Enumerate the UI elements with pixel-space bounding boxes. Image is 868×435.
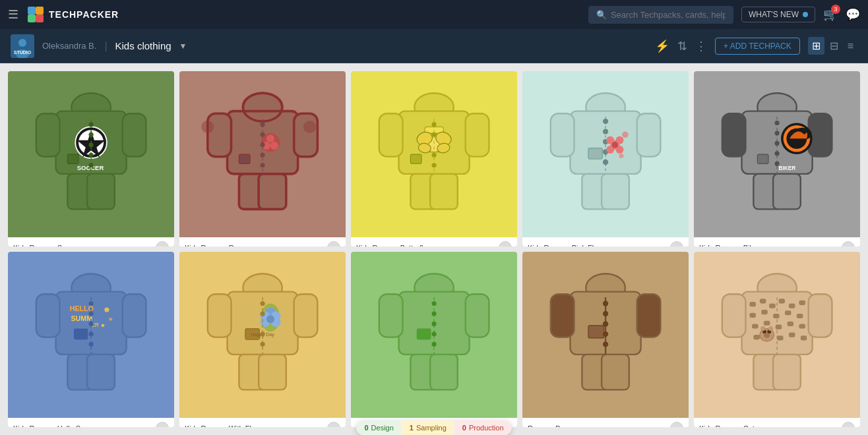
production-label: Production — [469, 424, 504, 432]
card-name-hello-summer: Kids Romper Hello Summer — [13, 424, 156, 427]
svg-rect-144 — [379, 294, 403, 337]
svg-rect-30 — [259, 174, 286, 210]
separator: | — [104, 40, 107, 52]
svg-rect-126 — [259, 355, 286, 390]
card-hello-summer[interactable]: HELLO SUMM ER Kids Romper Hello Summer — [8, 252, 174, 427]
svg-text:STUDIO: STUDIO — [14, 50, 32, 55]
card-footer-hello-summer: Kids Romper Hello Summer — [8, 418, 174, 427]
svg-rect-95 — [757, 154, 768, 163]
card-select-cats[interactable] — [842, 422, 855, 427]
svg-point-116 — [88, 301, 93, 306]
card-rose[interactable]: Kids Romper Rose — [179, 71, 346, 246]
svg-rect-66 — [637, 113, 661, 156]
card-flower-on[interactable]: Happy Day Kids Romper With Flower on ... — [179, 252, 346, 427]
card-footer-pink-flower: Kids Romper Pink Flower — [522, 237, 689, 246]
logo-area: TECHPACKER — [26, 5, 119, 24]
svg-point-42 — [260, 142, 264, 147]
card-soccer[interactable]: SOCCER Kids Romper Soccer — [8, 71, 174, 246]
svg-point-36 — [266, 134, 274, 142]
add-techpack-button[interactable]: + ADD TECHPACK — [715, 38, 800, 55]
status-design: 0 Design — [356, 420, 401, 435]
card-select-soccer[interactable] — [156, 241, 169, 246]
filter-icon[interactable]: ⚡ — [655, 39, 669, 53]
cards-grid: SOCCER Kids Romper Soccer — [0, 63, 868, 435]
card-image-rose — [179, 71, 346, 237]
card-cats[interactable]: Kids Romper Cats — [694, 252, 860, 427]
card-brown[interactable]: Romper Brown — [522, 252, 689, 427]
svg-point-198 — [764, 334, 770, 338]
svg-rect-184 — [797, 314, 803, 318]
card-footer-cats: Kids Romper Cats — [694, 418, 860, 427]
svg-rect-185 — [752, 324, 759, 328]
svg-point-117 — [88, 311, 93, 316]
svg-point-23 — [88, 153, 93, 158]
card-select-rose[interactable] — [327, 241, 340, 246]
sort-icon[interactable]: ⇅ — [677, 39, 687, 53]
card-green[interactable]: Kids Romper — [351, 252, 517, 427]
svg-rect-187 — [776, 325, 782, 330]
grid-view-button[interactable]: ⊞ — [808, 37, 824, 55]
status-bar: 0 Design 1 Sampling 0 Production — [356, 420, 511, 435]
list-view-button[interactable]: ≡ — [844, 37, 857, 55]
sub-nav: STUDIO Oleksandra B. | Kids clothing ▼ ⚡… — [0, 29, 868, 63]
collection-dropdown-icon[interactable]: ▼ — [179, 42, 187, 51]
search-bar[interactable]: 🔍 — [588, 6, 733, 24]
svg-rect-188 — [787, 322, 793, 326]
card-biker[interactable]: BIKER Kids Romper Biker — [694, 71, 860, 246]
svg-rect-170 — [722, 294, 746, 337]
svg-rect-189 — [799, 324, 805, 328]
svg-point-153 — [431, 332, 436, 336]
svg-rect-47 — [379, 113, 403, 156]
svg-point-200 — [768, 326, 773, 331]
svg-point-5 — [18, 39, 26, 47]
more-options-icon[interactable]: ⋮ — [695, 39, 707, 53]
svg-rect-68 — [602, 174, 629, 210]
collection-name: Kids clothing — [115, 40, 171, 51]
card-image-hello-summer: HELLO SUMM ER — [8, 252, 174, 418]
svg-rect-18 — [67, 154, 78, 163]
svg-rect-105 — [123, 294, 146, 337]
svg-point-152 — [431, 322, 436, 326]
card-footer-butterfly: Kids Romper Butterfly — [351, 237, 517, 246]
card-select-pink-flower[interactable] — [670, 241, 683, 246]
card-butterfly[interactable]: Kids Romper Butterfly — [351, 71, 517, 246]
svg-point-98 — [774, 130, 779, 135]
menu-icon[interactable]: ☰ — [8, 7, 18, 22]
whats-new-button[interactable]: WHAT'S NEW — [741, 7, 815, 22]
svg-point-199 — [760, 326, 765, 331]
svg-rect-11 — [123, 113, 146, 156]
svg-rect-28 — [294, 113, 318, 156]
brand-name: Oleksandra B. — [42, 41, 96, 51]
card-name-cats: Kids Romper Cats — [699, 424, 842, 427]
svg-point-74 — [603, 160, 608, 165]
svg-point-70 — [603, 119, 608, 124]
svg-point-22 — [88, 142, 93, 147]
card-select-brown[interactable] — [670, 422, 683, 427]
card-select-flower-on[interactable] — [327, 422, 340, 427]
svg-rect-34 — [239, 154, 250, 163]
card-name-rose: Kids Romper Rose — [185, 244, 327, 246]
svg-rect-89 — [773, 174, 801, 210]
svg-rect-148 — [417, 328, 431, 339]
card-select-hello-summer[interactable] — [156, 422, 169, 427]
card-select-biker[interactable] — [842, 241, 855, 246]
compact-grid-view-button[interactable]: ⊟ — [826, 37, 842, 55]
status-production: 0 Production — [454, 420, 512, 435]
svg-text:SUMM: SUMM — [71, 314, 92, 322]
card-pink-flower[interactable]: Kids Romper Pink Flower — [522, 71, 689, 246]
chat-icon[interactable]: 💬 — [846, 7, 860, 22]
card-image-pink-flower — [522, 71, 689, 237]
svg-point-139 — [260, 311, 264, 316]
svg-point-100 — [774, 151, 779, 156]
svg-rect-182 — [773, 314, 780, 318]
card-select-butterfly[interactable] — [499, 241, 512, 246]
svg-rect-123 — [208, 294, 232, 337]
search-input[interactable] — [611, 10, 726, 20]
svg-point-44 — [260, 163, 264, 167]
svg-text:HELLO: HELLO — [70, 304, 94, 312]
svg-rect-157 — [551, 294, 574, 337]
svg-point-40 — [260, 122, 264, 127]
search-icon: 🔍 — [596, 10, 607, 20]
svg-rect-171 — [809, 294, 832, 337]
card-footer-biker: Kids Romper Biker — [694, 237, 860, 246]
